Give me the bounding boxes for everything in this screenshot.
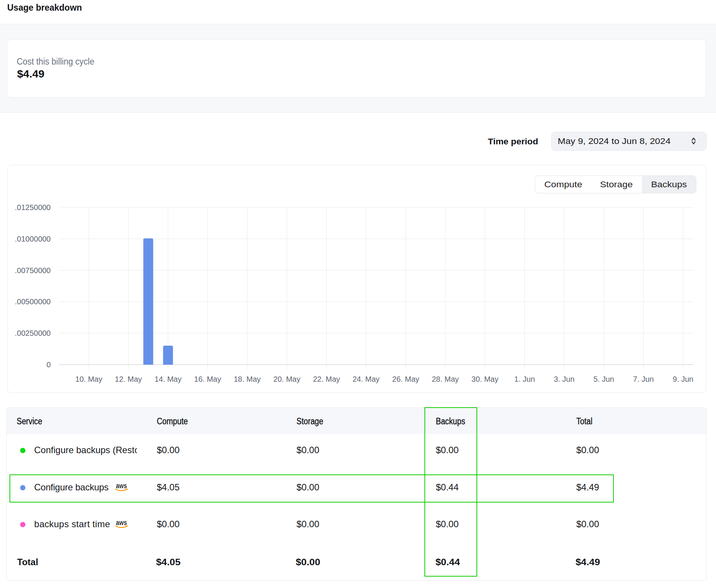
svg-text:.00250000: .00250000 (15, 329, 51, 337)
svg-text:9. Jun: 9. Jun (673, 375, 693, 383)
svg-text:16. May: 16. May (194, 375, 221, 383)
svg-text:.01000000: .01000000 (15, 235, 51, 243)
svg-text:7. Jun: 7. Jun (633, 375, 654, 383)
svg-text:.00750000: .00750000 (15, 266, 51, 275)
svg-text:24. May: 24. May (353, 375, 380, 383)
svg-text:5. Jun: 5. Jun (593, 375, 614, 383)
svg-text:20. May: 20. May (273, 375, 300, 383)
svg-text:.00500000: .00500000 (15, 297, 51, 306)
svg-text:18. May: 18. May (234, 375, 261, 383)
svg-text:10. May: 10. May (75, 375, 102, 383)
svg-text:30. May: 30. May (472, 375, 498, 383)
svg-text:28. May: 28. May (432, 375, 459, 383)
svg-text:0: 0 (46, 360, 50, 369)
svg-text:.01250000: .01250000 (15, 203, 51, 212)
svg-text:1. Jun: 1. Jun (514, 375, 535, 383)
svg-text:3. Jun: 3. Jun (554, 375, 574, 383)
svg-text:12. May: 12. May (115, 375, 142, 383)
svg-text:22. May: 22. May (313, 375, 340, 383)
svg-text:14. May: 14. May (155, 375, 181, 383)
svg-text:26. May: 26. May (392, 375, 419, 383)
